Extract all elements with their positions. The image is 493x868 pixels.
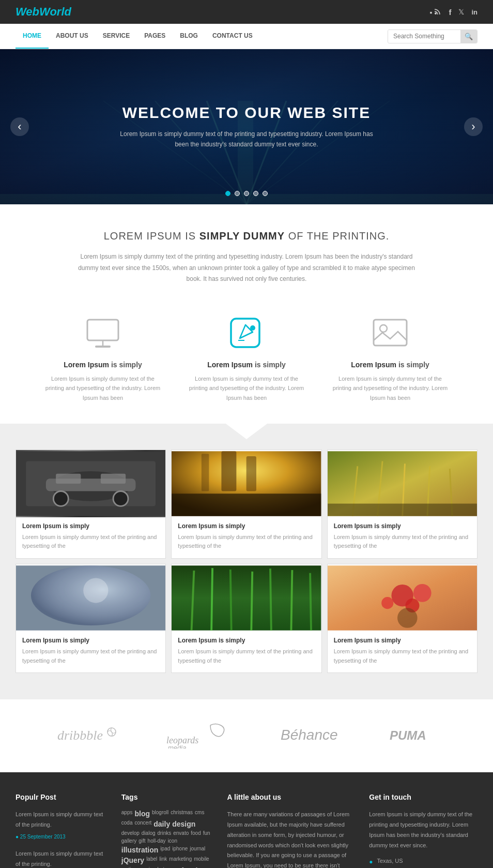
svg-text:Béhance: Béhance [281,727,338,743]
intro-section: LOREM IPSUM IS SIMPLY DUMMY OF THE PRINT… [0,204,493,301]
hero-dot-5[interactable] [263,191,268,196]
tag-label[interactable]: label [146,856,157,864]
logo: WebWorld [16,5,71,19]
footer-about-title: A little about us [227,793,354,801]
portfolio-card-6-body: Lorem Ipsum is simply Lorem Ipsum is sim… [328,632,477,672]
portfolio-card-4: Lorem Ipsum is simply Lorem Ipsum is sim… [16,564,166,673]
tag-fun[interactable]: fun [203,830,210,836]
search-bar: 🔍 [388,29,477,43]
portfolio-card-1: Lorem Ipsum is simply Lorem Ipsum is sim… [16,450,166,559]
tag-cms[interactable]: cms [195,810,204,818]
tag-gallery[interactable]: gallery [121,838,136,844]
tag-christmas[interactable]: christmas [171,810,193,818]
svg-line-44 [230,570,232,631]
edit-icon [226,313,267,355]
hero-prev-button[interactable]: ‹ [10,117,29,136]
portfolio-card-3-body: Lorem Ipsum is simply Lorem Ipsum is sim… [328,517,477,558]
portfolio-card-1-desc: Lorem Ipsum is simply dummy text of the … [22,533,159,551]
facebook-icon[interactable]: f [449,8,451,17]
rss-icon[interactable]: ▪ [430,8,442,17]
search-input[interactable] [388,30,460,42]
tag-holiday[interactable]: holl-day [148,838,166,844]
footer-contact-location-text: Texas, US [377,858,403,864]
portfolio-card-2-desc: Lorem Ipsum is simply dummy text of the … [178,533,315,551]
tag-gift[interactable]: gift [138,838,145,844]
hero-slider: WELCOME TO OUR WEB SITE Lorem Ipsum is s… [0,49,493,204]
portfolio-card-4-desc: Lorem Ipsum is simply dummy text of the … [22,647,159,665]
nav-item-contact[interactable]: CONTACT US [205,24,260,49]
main-nav: HOME ABOUT US SERVICE PAGES BLOG CONTACT… [0,24,493,49]
footer-contact-title: Get in touch [369,793,477,801]
tag-dialog[interactable]: dialog [142,830,156,836]
svg-point-51 [413,584,432,602]
hero-next-button[interactable]: › [464,117,483,136]
portfolio-card-5-desc: Lorem Ipsum is simply dummy text of the … [178,647,315,665]
logo-web: Web [16,5,39,18]
nav-item-home[interactable]: HOME [16,24,49,49]
portfolio-card-6: Lorem Ipsum is simply Lorem Ipsum is sim… [327,564,477,673]
feature-3: Lorem Ipsum is simply Lorem Ipsum is sim… [330,316,451,403]
tag-jquery[interactable]: jQuery [121,856,144,864]
svg-rect-36 [328,503,477,516]
feature-3-title: Lorem Ipsum is simply [330,361,451,369]
tag-concert[interactable]: concert [134,820,151,828]
svg-rect-27 [246,456,256,491]
tag-marketing[interactable]: marketing [169,856,192,864]
svg-point-13 [250,325,255,331]
twitter-icon[interactable]: 𝕏 [458,8,464,16]
feature-2: Lorem Ipsum is simply Lorem Ipsum is sim… [186,316,307,403]
footer: Populr Post Lorem Ipsum is simply dummy … [0,772,493,868]
intro-heading-normal: LOREM IPSUM IS [104,230,199,242]
footer-tags-title: Tags [121,793,212,801]
svg-rect-26 [222,451,237,491]
portfolio-card-6-desc: Lorem Ipsum is simply dummy text of the … [334,647,471,665]
nav-item-blog[interactable]: BLOG [173,24,205,49]
portfolio-arrow [226,424,267,439]
portfolio-card-3-title: Lorem Ipsum is simply [334,522,471,530]
tag-blog[interactable]: blog [134,810,150,818]
svg-point-16 [380,325,387,332]
portfolio-card-5-image [172,564,321,632]
tag-envato[interactable]: envato [173,830,189,836]
search-button[interactable]: 🔍 [460,30,477,43]
tag-develop[interactable]: develop [121,830,140,836]
svg-line-43 [211,568,212,631]
tag-design[interactable]: design [172,820,195,828]
tag-drinks[interactable]: drinks [158,830,172,836]
tag-icon[interactable]: icon [168,838,177,844]
tag-apps[interactable]: apps [121,810,133,818]
footer-post-2: Lorem Ipsum is simply dummy text of the … [16,849,106,868]
tag-link[interactable]: link [159,856,167,864]
footer-contact-location: ● Texas, US [369,858,477,865]
svg-line-46 [270,568,271,631]
tag-iphone[interactable]: iphone [172,846,188,854]
nav-item-pages[interactable]: PAGES [137,24,173,49]
tag-ipad[interactable]: ipad [160,846,170,854]
linkedin-icon[interactable]: in [471,8,477,16]
feature-3-icon [369,316,411,352]
feature-2-title: Lorem Ipsum is simply [186,361,307,369]
tag-mobile[interactable]: mobile [194,856,209,864]
tag-coda[interactable]: coda [121,820,133,828]
svg-rect-11 [95,346,111,348]
footer-grid: Populr Post Lorem Ipsum is simply dummy … [16,793,477,868]
footer-post-1: Lorem Ipsum is simply dummy text of the … [16,810,106,842]
svg-point-54 [397,608,418,628]
tag-daily[interactable]: daily [153,820,170,828]
hero-dot-3[interactable] [244,191,249,196]
hero-dot-1[interactable] [225,191,230,196]
nav-item-about[interactable]: ABOUT US [49,24,96,49]
hero-dot-4[interactable] [253,191,258,196]
hero-content: WELCOME TO OUR WEB SITE Lorem Ipsum is s… [117,104,376,150]
tag-illustration[interactable]: illustration [121,846,159,854]
portfolio-card-2-title: Lorem Ipsum is simply [178,522,315,530]
tag-journal[interactable]: journal [190,846,205,854]
nav-links: HOME ABOUT US SERVICE PAGES BLOG CONTACT… [16,24,260,49]
portfolio-card-6-image [328,564,477,632]
nav-item-service[interactable]: SERVICE [96,24,137,49]
feature-1-title: Lorem Ipsum is simply [42,361,163,369]
hero-dot-2[interactable] [235,191,240,196]
footer-post-2-text: Lorem Ipsum is simply dummy text of the … [16,849,106,868]
tag-blogroll[interactable]: blogroll [152,810,168,818]
tag-food[interactable]: food [191,830,201,836]
